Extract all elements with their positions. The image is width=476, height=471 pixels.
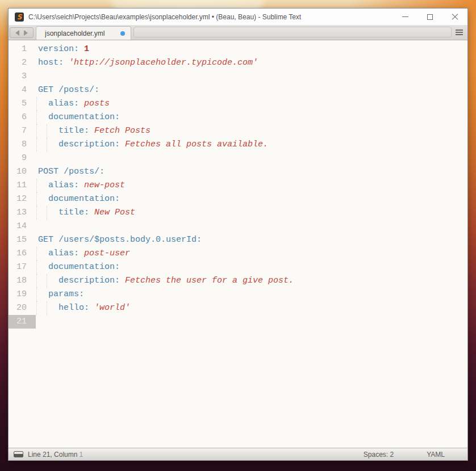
panel-toggle-icon[interactable] [14,451,23,457]
line-number: 3 [9,70,36,83]
minimize-icon [402,16,408,17]
forward-arrow-icon[interactable] [24,30,28,36]
line-number: 19 [9,288,36,301]
close-icon [452,14,458,20]
code-line-text: version: 1 [36,43,467,56]
code-line-text: POST /posts/: [36,165,467,179]
editor-line[interactable]: 5 alias: posts [9,97,467,111]
line-number: 16 [9,247,36,260]
empty-tab-strip[interactable] [133,27,452,37]
indent-guide [36,247,37,260]
indent-guide [47,124,47,138]
editor-line[interactable]: 16 alias: post-user [9,247,467,260]
code-line-text: hello: 'world' [36,301,467,315]
indent-guide [36,288,37,301]
indent-guide [47,301,47,315]
line-number: 14 [9,220,36,233]
line-number: 1 [9,43,36,56]
line-number: 7 [9,124,36,138]
syntax-selector[interactable]: YAML [427,451,445,459]
code-line-text: documentation: [36,111,467,124]
editor-line[interactable]: 8 description: Fetches all posts availab… [9,138,467,152]
tab-jsonplaceholder[interactable]: jsonplaceholder.yml [36,26,131,40]
editor-line[interactable]: 12 documentation: [9,192,467,206]
editor-line[interactable]: 15GET /users/$posts.body.0.userId: [9,233,467,247]
code-line-text: title: Fetch Posts [36,124,467,138]
tab-label: jsonplaceholder.yml [45,30,116,37]
back-arrow-icon[interactable] [15,30,19,36]
indent-guide [36,206,37,220]
window-title: C:\Users\seich\Projects\Beau\examples\js… [28,13,393,21]
editor-line[interactable]: 10POST /posts/: [9,165,467,179]
indent-guide [36,260,37,274]
editor-line[interactable]: 21 [9,315,467,329]
maximize-icon [427,14,433,20]
editor-line[interactable]: 4GET /posts/: [9,83,467,97]
code-line-text: GET /posts/: [36,83,467,97]
indent-guide [36,124,37,138]
sublime-text-app-icon: S [15,12,24,22]
cursor-position[interactable]: Line 21, Column [28,451,77,459]
indent-guide [36,274,37,288]
code-line-text: documentation: [36,192,467,206]
editor-line[interactable]: 9 [9,152,467,165]
sublime-text-window: S C:\Users\seich\Projects\Beau\examples\… [8,8,468,461]
cursor-column-number: 1 [79,451,83,459]
editor-line[interactable]: 14 [9,220,467,233]
editor-line[interactable]: 2host: 'http://jsonplaceholder.typicode.… [9,56,467,70]
close-button[interactable] [442,9,467,26]
code-line-text [36,220,467,233]
editor-line[interactable]: 11 alias: new-post [9,179,467,192]
editor-line[interactable]: 1version: 1 [9,43,467,56]
maximize-button[interactable] [417,9,442,26]
editor-line[interactable]: 19 params: [9,288,467,301]
tab-overflow-menu-icon[interactable] [456,30,463,35]
minimize-button[interactable] [393,9,417,26]
code-line-text [36,70,467,83]
indent-guide [47,138,47,152]
code-line-text: alias: post-user [36,247,467,260]
indent-guide [36,301,37,315]
code-line-text: description: Fetches all posts available… [36,138,467,152]
code-line-text: host: 'http://jsonplaceholder.typicode.c… [36,56,467,70]
line-number: 5 [9,97,36,111]
line-number: 21 [9,315,36,329]
line-number: 12 [9,192,36,206]
tab-modified-dot-icon[interactable] [120,31,125,36]
status-bar: Line 21, Column 1 Spaces: 2 YAML [9,448,467,460]
editor-line[interactable]: 13 title: New Post [9,206,467,220]
code-line-text: alias: posts [36,97,467,111]
editor-line[interactable]: 6 documentation: [9,111,467,124]
indentation-setting[interactable]: Spaces: 2 [364,451,394,459]
editor-line[interactable]: 17 documentation: [9,260,467,274]
code-line-text [36,152,467,165]
line-number: 18 [9,274,36,288]
line-number: 20 [9,301,36,315]
editor-line[interactable]: 7 title: Fetch Posts [9,124,467,138]
line-number: 13 [9,206,36,220]
line-number: 17 [9,260,36,274]
editor-line[interactable]: 20 hello: 'world' [9,301,467,315]
indent-guide [36,111,37,124]
code-line-text: params: [36,288,467,301]
code-line-text: GET /users/$posts.body.0.userId: [36,233,467,247]
code-line-text: description: Fetches the user for a give… [36,274,467,288]
line-number: 15 [9,233,36,247]
code-editor[interactable]: 1version: 12host: 'http://jsonplaceholde… [9,40,467,448]
indent-guide [47,206,47,220]
tab-history-nav [10,27,34,38]
indent-guide [36,192,37,206]
line-number: 8 [9,138,36,152]
code-line-text: documentation: [36,260,467,274]
code-line-text [36,315,467,329]
line-number: 6 [9,111,36,124]
editor-line[interactable]: 18 description: Fetches the user for a g… [9,274,467,288]
indent-guide [36,179,37,192]
indent-guide [36,97,37,111]
line-number: 10 [9,165,36,179]
indent-guide [47,274,47,288]
line-number: 11 [9,179,36,192]
code-line-text: alias: new-post [36,179,467,192]
editor-line[interactable]: 3 [9,70,467,83]
title-bar[interactable]: S C:\Users\seich\Projects\Beau\examples\… [9,9,467,26]
